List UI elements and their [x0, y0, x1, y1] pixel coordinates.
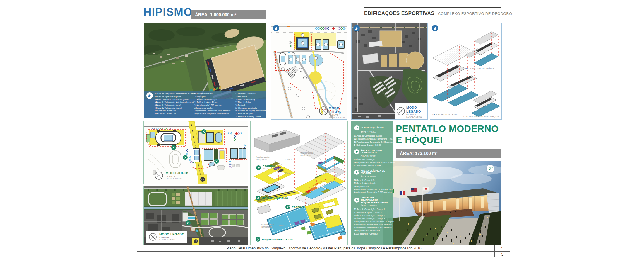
- legend-section-items: 08Área de Competição09Área de Aqueciment…: [354, 179, 392, 194]
- section-subtitle: COMPLEXO ESPORTIVO DE DEODORO: [438, 12, 512, 16]
- plan-art: [271, 23, 347, 119]
- master-plan-page: HIPISMO ÁREA: 1.000.000 m² EDIFICAÇÕES E…: [0, 0, 644, 258]
- page-number: 5: [495, 252, 510, 257]
- hipismo-legend: 01Área de Competição: Adestramento e Sal…: [144, 91, 266, 118]
- aquatics-icon: [256, 196, 260, 200]
- pentatlo-legend: CENTRO AQUÁTICO ÁREA: 12.100m² 01Área de…: [351, 121, 393, 245]
- legend-section-items: 05Área de Competição06Arquibancada Tempo…: [354, 158, 392, 167]
- legend-section-aquatico: CENTRO AQUÁTICO ÁREA: 12.100m² 01Área de…: [354, 125, 392, 147]
- iso-art: [430, 23, 501, 119]
- map-label-modo-jogos: MODO JOGOS PLANTA ESCALA 1:5000: [155, 171, 189, 180]
- section-title: EDIFICAÇÕES ESPORTIVAS: [364, 11, 434, 16]
- iso-label-estabulos: 7/8ESTÁBULOS - BAIA: [432, 113, 458, 116]
- map-mode-scale: ESCALA 1:5000: [406, 116, 427, 118]
- legend-col2: 09Clínica Veterinária10Necropsia11Alojam…: [194, 92, 230, 115]
- arena-render: [383, 161, 501, 245]
- footer-caption: Plano Geral Urbanístico do Complexo Espo…: [153, 245, 494, 251]
- footer: Plano Geral Urbanístico do Complexo Espo…: [137, 245, 510, 257]
- page-title: HIPISMO: [143, 6, 192, 18]
- equestrian-icon: [354, 149, 359, 154]
- equestrian-icon: [146, 92, 153, 99]
- nivel1-label: 1º nível: [285, 172, 292, 174]
- render-art: [383, 161, 501, 245]
- pentatlo-title-line2: E HÓQUEI: [396, 134, 499, 145]
- legend-section-hipismo: ÁREA DE HIPISMO E COMBINADOS ÁREA: 57.00…: [354, 149, 392, 167]
- map-label-modo-jogos: MODO JOGOS PLANTA ESCALA 1:5000: [329, 106, 347, 119]
- centro-aquatico-label: CENTRO AQUÁTICO: [262, 197, 288, 200]
- equestrian-icon: [353, 25, 360, 31]
- aerial-modo-legado-pentatlo: MODO LEGADO PLANTA ESCALA 1:5000: [143, 186, 248, 245]
- iso-label-alojamento: 11ALOJAMENTO CAVALARIÇOS: [463, 115, 499, 118]
- legend-section-area: ÁREA: 32.000m²: [361, 175, 392, 177]
- map-mode-title: MODO JOGOS: [166, 171, 189, 175]
- esgrima-boh-label: ESGRIMA BACK OF HOUSE: [263, 165, 282, 170]
- pentatlo-title: PENTATLO MODERNO E HÓQUEI: [396, 123, 499, 145]
- legend-section-title: CENTRO DE TREINAMENTO HÓQUEI SOBRE GRAMA: [361, 196, 392, 204]
- legend-col3: 14Escola de Equitação15Ferradoria16Pista…: [235, 92, 266, 118]
- map-mode-title: MODO LEGADO: [406, 106, 427, 113]
- aerial-modo-legado-hipismo: MODO LEGADO PLANTA ESCALA 1:5000: [351, 23, 428, 120]
- iso-label-clinica: 09CLÍNICA VETERINÁRIA: [465, 67, 494, 70]
- fencing-icon: [354, 170, 359, 175]
- legend-section-hoquei: CENTRO DE TREINAMENTO HÓQUEI SOBRE GRAMA…: [354, 196, 392, 235]
- arquibancadas-note: Arquibancadas Temporárias: [300, 152, 318, 157]
- legend-section-esgrima: ARENA OLÍMPICA DE ESGRIMA ÁREA: 32.000m²…: [354, 170, 392, 194]
- area-badge-hipismo: ÁREA: 1.000.000 m²: [191, 10, 266, 19]
- iso-pentatlo-panel: ESGRIMA BACK OF HOUSE Arquibancadas Temp…: [250, 121, 348, 245]
- esgrima-label: ESGRIMA: [292, 206, 304, 209]
- plan-modo-jogos-hipismo: MODO JOGOS PLANTA ESCALA 1:5000: [271, 23, 347, 120]
- map-label-modo-legado: MODO LEGADO PLANTA ESCALA 1:5000: [146, 231, 187, 243]
- equestrian-icon: [432, 25, 438, 31]
- plan-modo-jogos-pentatlo: MODO JOGOS PLANTA ESCALA 1:5000: [143, 121, 248, 184]
- map-mode-scale: ESCALA 1:5000: [159, 239, 184, 241]
- legend-section-title: CENTRO AQUÁTICO: [361, 127, 384, 129]
- map-mode-title: MODO JOGOS: [329, 106, 347, 114]
- hockey-icon: [354, 198, 359, 203]
- compass-icon: [149, 233, 157, 241]
- header-rule: [364, 7, 501, 8]
- map-mode-scale: ESCALA 1:5000: [329, 116, 347, 119]
- aerial-art: [352, 23, 427, 119]
- legend-section-area: ÁREA: 72.000 m²: [361, 204, 392, 206]
- fencing-icon: [285, 205, 290, 209]
- pentatlo-title-line1: PENTATLO MODERNO: [396, 123, 499, 134]
- aquatics-icon: [354, 125, 359, 130]
- header-section: EDIFICAÇÕES ESPORTIVASCOMPLEXO ESPORTIVO…: [364, 11, 511, 16]
- page-number: 5: [495, 245, 510, 251]
- nivel-terreo-label: Nível Térreo: [284, 191, 294, 193]
- nivel2-label: 2º nível: [285, 158, 292, 161]
- arquibancadas-note: Arquibancadas Temporárias: [261, 223, 279, 228]
- legend-section-area: ÁREA: 57.000m²: [361, 155, 392, 157]
- fencing-icon: [487, 165, 494, 172]
- map-mode-title: MODO LEGADO: [159, 232, 184, 236]
- hockey-icon: [256, 237, 260, 242]
- legend-section-title: ARENA OLÍMPICA DE ESGRIMA: [361, 170, 392, 175]
- map-mode-scale: ESCALA 1:5000: [166, 178, 189, 180]
- compass-icon: [155, 171, 163, 180]
- legend-section-items: 01Área de Competição e Apoio02Plataforma…: [354, 135, 392, 147]
- footer-divider: [137, 251, 510, 252]
- area-badge-pentatlo: ÁREA: 173.100 m²: [396, 149, 501, 158]
- legend-section-area: ÁREA: 12.100m²: [361, 131, 392, 133]
- iso-hipismo-panel: 09CLÍNICA VETERINÁRIA 7/8ESTÁBULOS - BAI…: [430, 23, 502, 120]
- equestrian-icon: [273, 25, 279, 31]
- legend-section-items: 11Área de Competição - Campo 112Edifício…: [354, 208, 392, 235]
- arquibancadas-note: Arquibancadas Temporárias: [256, 156, 274, 161]
- map-label-modo-legado: MODO LEGADO PLANTA ESCALA 1:5000: [406, 106, 427, 118]
- legend-section-title: ÁREA DE HIPISMO E COMBINADOS: [361, 149, 392, 154]
- legend-col1: 01Área de Competição: Adestramento e Sal…: [155, 92, 195, 115]
- fencing-icon: [256, 165, 261, 170]
- aerial-render-hipismo: 01Área de Competição: Adestramento e Sal…: [144, 23, 266, 118]
- hoquei-sobre-grama-label: HÓQUEI SOBRE GRAMA: [262, 238, 294, 241]
